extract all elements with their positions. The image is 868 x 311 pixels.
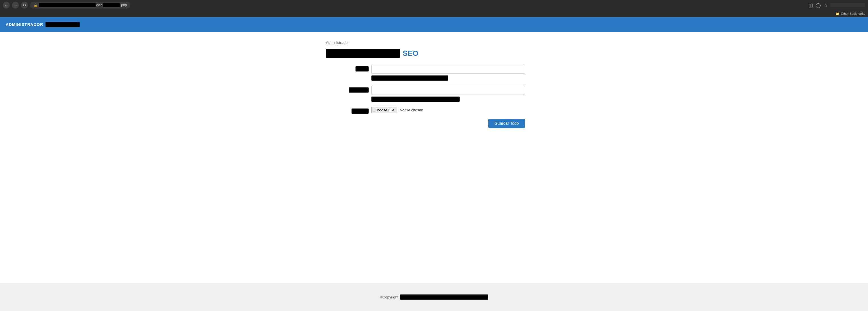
form-label-1-area [326, 65, 371, 72]
form-row-2 [326, 86, 542, 102]
other-bookmarks[interactable]: 📁 Other Bookmarks [836, 12, 865, 16]
guardar-todo-button[interactable]: Guardar Todo [488, 119, 525, 128]
reload-button[interactable]: ↻ [21, 2, 28, 8]
address-suffix: .php [120, 3, 127, 7]
top-nav: ADMINISTRADOR [0, 17, 868, 32]
copyright-prefix: ©Copyright [380, 295, 398, 299]
no-file-text: No file chosen [400, 108, 423, 112]
address-redacted [39, 3, 96, 7]
file-input-row: Choose File No file chosen [371, 107, 542, 113]
other-bookmarks-label: Other Bookmarks [841, 12, 865, 16]
profile-icon: ◯ [816, 3, 821, 8]
form-label-file-area [326, 107, 371, 114]
address-redacted2 [103, 3, 120, 7]
form-input-2[interactable] [371, 86, 525, 95]
page-title-seo: SEO [403, 49, 418, 58]
search-box-redacted [831, 3, 865, 7]
form-label-file-redacted [351, 109, 369, 114]
star-icon: ☆ [824, 3, 828, 8]
page-title-row: SEO [326, 49, 542, 58]
browser-toolbar-icons: ◫ ◯ ☆ [809, 3, 865, 8]
footer: ©Copyright [0, 283, 868, 311]
choose-file-button[interactable]: Choose File [371, 107, 397, 113]
form-row-file: Choose File No file chosen [326, 107, 542, 114]
address-bar[interactable]: 🔒 /seo .php [30, 2, 130, 8]
nav-brand-label: ADMINISTRADOR [6, 22, 43, 27]
form-label-2-redacted [349, 87, 369, 92]
form-label-2-area [326, 86, 371, 92]
form-field-file-area: Choose File No file chosen [371, 107, 542, 113]
back-button[interactable]: ← [3, 2, 10, 8]
address-path: /seo [96, 3, 103, 7]
form-field-2-area [371, 86, 542, 102]
form-container: Administrador SEO [326, 40, 542, 128]
bookmarks-bar: 📁 Other Bookmarks [0, 10, 868, 17]
page-title-redacted [326, 49, 400, 58]
cast-icon: ◫ [809, 3, 813, 8]
form-input-1[interactable] [371, 65, 525, 74]
forward-button[interactable]: → [12, 2, 19, 8]
form-field-1-area [371, 65, 542, 81]
nav-brand-redacted [45, 22, 80, 27]
form-label-1-redacted [355, 66, 369, 72]
main-content: Administrador SEO [0, 32, 868, 283]
footer-copyright: ©Copyright [6, 294, 862, 300]
form-row-1 [326, 65, 542, 81]
bookmarks-folder-icon: 📁 [836, 12, 840, 16]
submit-row: Guardar Todo [326, 119, 525, 128]
footer-content-redacted [400, 294, 488, 300]
browser-chrome: ← → ↻ 🔒 /seo .php ◫ ◯ ☆ [0, 0, 868, 10]
form-field-1-hint-redacted [371, 76, 448, 81]
form-field-2-hint-redacted [371, 96, 460, 102]
breadcrumb: Administrador [326, 40, 542, 45]
